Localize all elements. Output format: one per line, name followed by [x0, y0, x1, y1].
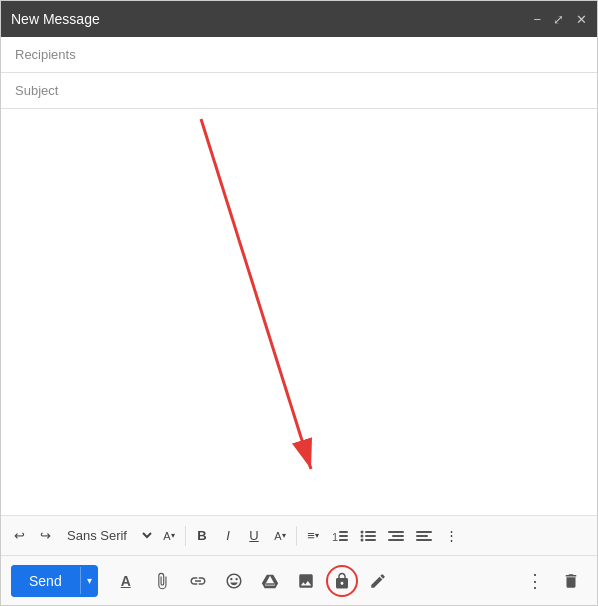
body-textarea[interactable] [15, 119, 583, 505]
indent-less-button[interactable] [383, 521, 409, 551]
indent-more-button[interactable] [411, 521, 437, 551]
drive-button[interactable] [254, 565, 286, 597]
subject-input[interactable] [75, 83, 583, 98]
font-size-button[interactable]: A ▾ [157, 521, 181, 551]
body-area [1, 109, 597, 515]
svg-point-6 [361, 530, 364, 533]
recipients-input[interactable] [76, 47, 583, 62]
svg-rect-17 [416, 539, 432, 541]
send-button-group: Send ▾ [11, 565, 98, 597]
undo-button[interactable]: ↩ [7, 521, 31, 551]
more-options-button[interactable]: ⋮ [519, 565, 551, 597]
photo-button[interactable] [290, 565, 322, 597]
svg-rect-13 [392, 535, 404, 537]
actions-toolbar: Send ▾ A [1, 555, 597, 605]
font-family-select[interactable]: Sans Serif Serif Monospace [59, 525, 155, 546]
compose-window: New Message − ⤢ ✕ Recipients Subject [0, 0, 598, 606]
subject-label: Subject [15, 83, 75, 98]
svg-point-8 [361, 538, 364, 541]
confidential-button[interactable] [326, 565, 358, 597]
svg-rect-15 [416, 531, 432, 533]
svg-rect-5 [339, 539, 348, 541]
svg-rect-12 [388, 531, 404, 533]
redo-button[interactable]: ↪ [33, 521, 57, 551]
svg-point-7 [361, 534, 364, 537]
align-button[interactable]: ≡ ▾ [301, 521, 325, 551]
emoji-button[interactable] [218, 565, 250, 597]
italic-button[interactable]: I [216, 521, 240, 551]
format-toolbar: ↩ ↪ Sans Serif Serif Monospace A ▾ B I U… [1, 515, 597, 555]
bold-button[interactable]: B [190, 521, 214, 551]
close-button[interactable]: ✕ [576, 12, 587, 27]
svg-rect-14 [388, 539, 404, 541]
separator-2 [296, 526, 297, 546]
more-format-button[interactable]: ⋮ [439, 521, 463, 551]
svg-rect-10 [365, 535, 376, 537]
separator-1 [185, 526, 186, 546]
svg-rect-4 [339, 535, 348, 537]
subject-row: Subject [1, 73, 597, 109]
send-button[interactable]: Send [11, 565, 80, 597]
title-bar: New Message − ⤢ ✕ [1, 1, 597, 37]
send-dropdown-button[interactable]: ▾ [80, 567, 98, 594]
svg-rect-9 [365, 531, 376, 533]
discard-button[interactable] [555, 565, 587, 597]
recipients-label: Recipients [15, 47, 76, 62]
window-title: New Message [11, 11, 100, 27]
signature-button[interactable] [362, 565, 394, 597]
svg-rect-3 [339, 531, 348, 533]
minimize-button[interactable]: − [533, 12, 541, 27]
expand-button[interactable]: ⤢ [553, 12, 564, 27]
window-controls: − ⤢ ✕ [533, 12, 587, 27]
text-color-button[interactable]: A ▾ [268, 521, 292, 551]
link-button[interactable] [182, 565, 214, 597]
recipients-row: Recipients [1, 37, 597, 73]
bullet-list-button[interactable] [355, 521, 381, 551]
underline-button[interactable]: U [242, 521, 266, 551]
text-format-action-button[interactable]: A [110, 565, 142, 597]
numbered-list-button[interactable]: 1. [327, 521, 353, 551]
attach-button[interactable] [146, 565, 178, 597]
svg-rect-16 [416, 535, 428, 537]
svg-rect-11 [365, 539, 376, 541]
